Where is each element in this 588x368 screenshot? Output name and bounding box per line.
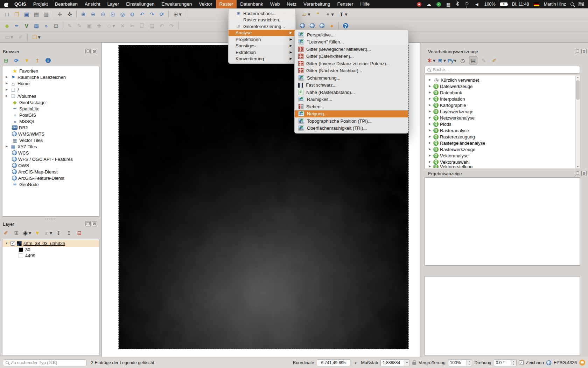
quick-search-input[interactable]: Zu suchender Typ (⌘K) — [3, 359, 87, 366]
menubar-item-qgis[interactable]: QGIS — [11, 0, 30, 8]
print-layout-button[interactable]: ▤ — [32, 9, 41, 19]
expand-all-button[interactable]: ↧ — [54, 229, 63, 237]
processing-group-item[interactable]: ▶ Q Dateiwerkzeuge — [426, 83, 575, 89]
browser-tree-item[interactable]: ★ Favoriten — [2, 68, 99, 74]
analyse-submenu-item[interactable]: GDAL Oberflächenrauhigkeit (TRI)... — [295, 125, 408, 132]
r-scripts-button[interactable]: R ▾ — [438, 56, 446, 64]
blank-icon[interactable] — [5, 150, 10, 156]
rotation-spinner[interactable]: ▴ ▾ — [494, 359, 517, 366]
add-group-button[interactable]: ⊞ — [12, 229, 21, 237]
notification-badge-icon[interactable] — [417, 2, 421, 7]
cut-features-button[interactable]: ✄ — [128, 21, 137, 30]
menubar-item-netz[interactable]: Netz — [283, 0, 300, 8]
analyse-submenu-item[interactable]: Gitter (Beweglicher Mittelwert)... — [295, 46, 408, 53]
browser-properties-button[interactable]: i — [44, 56, 52, 64]
browser-tree-item[interactable]: WCS — [2, 150, 99, 156]
tree-expander-icon[interactable]: ▶ — [428, 115, 432, 121]
tree-expander-icon[interactable]: ▶ — [5, 93, 9, 99]
scale-combo[interactable]: ▾ — [380, 359, 410, 366]
sync-ok-icon[interactable]: ✓ — [436, 2, 441, 7]
collapse-tree-button[interactable]: ↥ — [33, 56, 42, 64]
refresh-map-button[interactable]: ⟳ — [157, 9, 166, 19]
menubar-item-layer[interactable]: Layer — [104, 0, 122, 8]
zoom-last-button[interactable]: ↶ — [138, 9, 147, 19]
browser-tree-item[interactable]: ▶ ⚑ Räumliche Lesezeichen — [2, 74, 99, 80]
tree-expander-icon[interactable]: ▶ — [428, 134, 432, 140]
blank-icon[interactable] — [5, 106, 10, 112]
tree-expander-icon[interactable]: ▶ — [428, 102, 432, 108]
add-geopackage-button[interactable]: ◆ — [2, 21, 12, 30]
zoom-to-selection-button[interactable]: ◎ — [118, 9, 127, 19]
menubar-item-hilfe[interactable]: Hilfe — [357, 0, 373, 8]
processing-options-button[interactable]: ✐ — [490, 56, 498, 64]
layer-visibility-checkbox[interactable]: ✓ — [10, 241, 15, 246]
analyse-submenu-item[interactable]: Gitter (Nächster Nachbar)... — [295, 67, 408, 75]
copy-features-button[interactable]: ❐ — [138, 21, 147, 30]
layout-manager-button[interactable]: ▥ — [42, 9, 51, 19]
add-vector-button[interactable]: V — [22, 21, 31, 30]
blank-icon[interactable] — [5, 100, 10, 105]
raster-menu-item[interactable]: Analyse ▶ — [229, 30, 295, 36]
undo-button[interactable]: ↶ — [157, 21, 166, 30]
user-name[interactable]: Martin Hinz — [544, 2, 566, 7]
menubar-item-ansicht[interactable]: Ansicht — [81, 0, 104, 8]
processing-gears-button[interactable]: ✻ ▾ — [427, 56, 435, 64]
blank-icon[interactable] — [5, 68, 10, 74]
processing-group-item[interactable]: ▶ Q Vektoranalyse — [426, 152, 575, 159]
raster-menu-item[interactable]: Projektionen ▶ — [229, 36, 295, 43]
text-annotation-button[interactable]: T ▾ — [337, 9, 350, 19]
processing-close-button[interactable]: ⊠ — [581, 49, 587, 54]
menubar-item-web[interactable]: Web — [267, 0, 284, 8]
layer-item-srtm[interactable]: ▼ ✓ srtm_38_03_utm32n — [2, 240, 99, 247]
menubar-item-fenster[interactable]: Fenster — [334, 0, 357, 8]
history-clock-button[interactable]: ◷ — [458, 56, 467, 64]
menubar-item-erweiterungen[interactable]: Erweiterungen — [158, 0, 195, 8]
cloud-icon[interactable]: ☁ — [426, 1, 432, 7]
filter-expression-button[interactable]: ε ▾ — [44, 229, 52, 237]
spin-down-icon[interactable]: ▾ — [511, 363, 516, 366]
browser-tree-item[interactable]: ▦ Vector Tiles — [2, 137, 99, 143]
tree-expander-icon[interactable]: ▶ — [428, 77, 432, 83]
shield-icon[interactable]: ▦ — [446, 1, 451, 7]
log-messages-icon[interactable] — [579, 360, 585, 366]
menubar-item-einstellungen[interactable]: Einstellungen — [122, 0, 158, 8]
add-spatialite-button[interactable]: ✒ — [12, 21, 21, 30]
redo-button[interactable]: ↷ — [167, 21, 176, 30]
pan-map-button[interactable]: ✛ — [55, 9, 64, 19]
wifi-icon[interactable] — [464, 2, 469, 6]
filter-browser-button[interactable]: ▼ — [23, 56, 31, 64]
zoom-full-button[interactable]: ⊡ — [108, 9, 117, 19]
scale-input[interactable] — [381, 360, 404, 366]
tree-expander-icon[interactable]: ▶ — [5, 144, 9, 150]
menubar-clock[interactable]: Di. 11:48 — [512, 2, 529, 7]
zoom-actual-button[interactable]: ⊙ — [98, 9, 107, 19]
virtual-layer-group-button[interactable]: ❏ ▾ — [30, 33, 43, 42]
results-float-button[interactable]: ❐ — [575, 171, 580, 176]
browser-tree-item[interactable]: OWS — [2, 162, 99, 169]
processing-group-item[interactable]: ▶ Q Rastergeländeanalyse — [426, 140, 575, 146]
raster-menu-item[interactable]: Raster ausrichten... — [229, 17, 295, 23]
scrollbar-thumb[interactable] — [576, 80, 580, 100]
crs-label[interactable]: EPSG:4326 — [554, 360, 577, 365]
browser-tree-item[interactable]: ✒ SpatiaLite — [2, 105, 99, 112]
menubar-item-raster[interactable]: Raster — [216, 0, 237, 8]
browser-tree-item[interactable]: ▶ ❏ / — [2, 87, 99, 93]
blank-icon[interactable] — [5, 175, 10, 181]
refresh-browser-button[interactable]: ⟳ — [12, 56, 21, 64]
analyse-submenu-item[interactable]: GDAL Rauhigkeit... — [295, 96, 408, 103]
processing-group-item[interactable]: ▶ Q Netzwerkanalyse — [426, 115, 575, 121]
menubar-item-projekt[interactable]: Projekt — [30, 0, 51, 8]
browser-tree-item[interactable]: ✳ GeoNode — [2, 181, 99, 188]
analyse-submenu-item[interactable]: GDAL Perspektive... — [295, 31, 408, 39]
menubar-item-verarbeitung[interactable]: Verarbeitung — [300, 0, 334, 8]
browser-tree-item[interactable]: ArcGIS-Feature-Dienst — [2, 175, 99, 181]
tree-expander-icon[interactable]: ▶ — [428, 153, 432, 159]
tree-expander-icon[interactable]: ▶ — [428, 128, 432, 134]
tree-expander-icon[interactable]: ▶ — [428, 96, 432, 102]
browser-tree-item[interactable]: ◖ PostGIS — [2, 112, 99, 118]
raster-menu-item[interactable]: Extraktion ▶ — [229, 49, 295, 56]
raster-menu-item[interactable]: # Georeferenzierung... — [229, 23, 295, 30]
processing-group-item[interactable]: ▶ Q Datenbank — [426, 89, 575, 96]
browser-tree-item[interactable]: ▶ ❏ /Volumes — [2, 93, 99, 99]
blank-icon[interactable] — [5, 118, 10, 124]
